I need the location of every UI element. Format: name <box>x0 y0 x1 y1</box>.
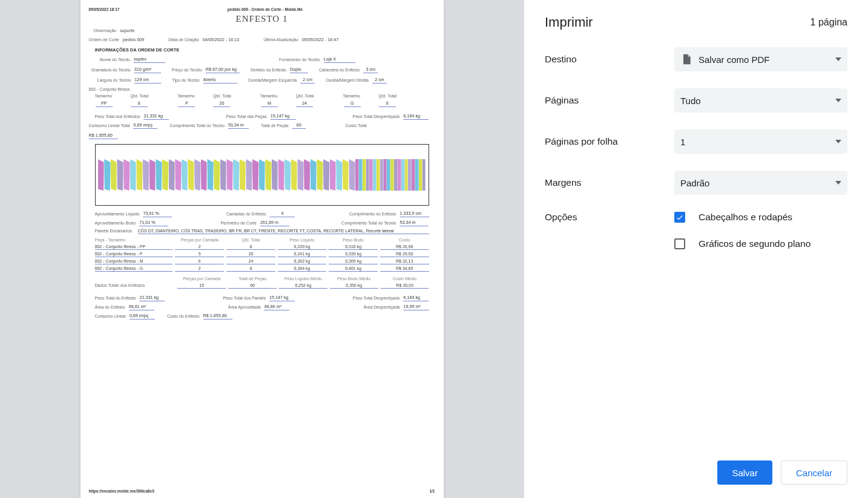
nesting-preview <box>95 144 429 206</box>
cb1-label: Cabeçalhos e rodapés <box>699 212 792 223</box>
pieces-table: Peça - TamanhoPerças por CamadaQtd. Tota… <box>95 238 429 272</box>
pdf-icon <box>680 52 692 67</box>
cb2-label: Gráficos de segundo plano <box>699 238 810 249</box>
preview-area: 05/05/2022 18:17 pedido 009 - Ordem de C… <box>0 0 524 498</box>
chevron-down-icon <box>835 99 841 102</box>
headers-footers-checkbox[interactable] <box>674 212 685 223</box>
footer-page: 1/1 <box>429 489 435 493</box>
chevron-down-icon <box>835 181 841 185</box>
paginas-dropdown[interactable]: Tudo <box>674 88 847 113</box>
section-info: INFORMAÇÕES DA ORDEM DE CORTE <box>95 47 435 53</box>
page-count: 1 página <box>810 17 847 28</box>
print-panel: Imprimir 1 página Destino Salvar como PD… <box>524 0 868 498</box>
destino-label: Destino <box>545 54 666 65</box>
save-button[interactable]: Salvar <box>717 460 772 485</box>
margens-dropdown[interactable]: Padrão <box>674 171 847 195</box>
background-graphics-checkbox[interactable] <box>674 238 685 249</box>
paginas-label: Páginas <box>545 95 666 106</box>
document-page: 05/05/2022 18:17 pedido 009 - Ordem de C… <box>81 0 444 498</box>
chevron-down-icon <box>835 140 841 143</box>
page-title: ENFESTO 1 <box>89 14 435 24</box>
doc-title: pedido 009 - Ordem de Corte - Molde.Me <box>228 7 303 11</box>
ppf-dropdown[interactable]: 1 <box>674 129 847 154</box>
sizes-table: TamanhoQtd. Total PP8TamanhoQtd. Total P… <box>95 94 435 107</box>
footer-url: https://encaixe.molde.me/390ca8c3 <box>89 489 154 493</box>
cancel-button[interactable]: Cancelar <box>781 460 847 485</box>
margens-label: Margens <box>545 177 666 188</box>
opcoes-label: Opções <box>545 212 666 223</box>
timestamp: 05/05/2022 18:17 <box>89 7 120 11</box>
panel-title: Imprimir <box>545 15 593 30</box>
ppf-label: Páginas por folha <box>545 136 666 147</box>
destino-dropdown[interactable]: Salvar como PDF <box>674 47 847 71</box>
chevron-down-icon <box>835 57 841 61</box>
